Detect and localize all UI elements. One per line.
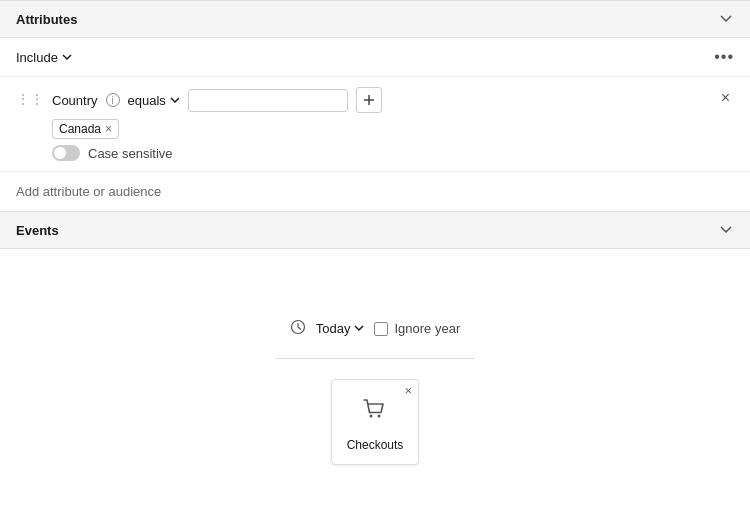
attributes-header: Attributes: [0, 0, 750, 38]
drag-handle-icon[interactable]: ⋮⋮: [16, 91, 44, 107]
value-input[interactable]: [188, 89, 348, 112]
events-content: Today Ignore year × Checkouts: [0, 249, 750, 499]
attributes-collapse-icon[interactable]: [718, 11, 734, 27]
attribute-info-icon[interactable]: i: [106, 93, 120, 107]
attribute-row-country: ⋮⋮ Country i equals: [0, 77, 750, 172]
more-options-button[interactable]: •••: [714, 48, 734, 66]
events-header: Events: [0, 211, 750, 249]
ignore-year-row: Ignore year: [374, 321, 460, 336]
ignore-year-checkbox[interactable]: [374, 322, 388, 336]
case-sensitive-toggle[interactable]: [52, 145, 80, 161]
add-value-button[interactable]: [356, 87, 382, 113]
attribute-name: Country: [52, 93, 98, 108]
add-icon: [362, 93, 376, 107]
operator-button[interactable]: equals: [128, 93, 180, 108]
clock-icon: [290, 319, 306, 338]
checkout-card-label: Checkouts: [347, 438, 404, 452]
date-chevron-icon: [354, 325, 364, 332]
tags-row: Canada ×: [52, 119, 709, 139]
card-close-button[interactable]: ×: [404, 384, 412, 397]
case-sensitive-row: Case sensitive: [52, 145, 709, 161]
events-title: Events: [16, 223, 59, 238]
date-button[interactable]: Today: [316, 321, 365, 336]
cart-icon: [361, 396, 389, 430]
attributes-section: Attributes Include ••• ⋮⋮ Country i equa…: [0, 0, 750, 211]
remove-attribute-button[interactable]: ×: [717, 87, 734, 109]
tag-remove-canada[interactable]: ×: [105, 123, 112, 135]
divider-line: [275, 358, 475, 359]
tag-canada: Canada ×: [52, 119, 119, 139]
case-sensitive-label: Case sensitive: [88, 146, 173, 161]
events-collapse-icon[interactable]: [718, 222, 734, 238]
include-chevron-icon: [62, 54, 72, 61]
svg-point-2: [378, 415, 381, 418]
events-section: Events Today Ignor: [0, 211, 750, 499]
checkout-card: × Checkouts: [331, 379, 419, 465]
ignore-year-label: Ignore year: [394, 321, 460, 336]
include-button[interactable]: Include: [16, 50, 72, 65]
attribute-content: Country i equals Canada: [52, 87, 709, 161]
toggle-knob: [54, 147, 66, 159]
attribute-top-row: Country i equals: [52, 87, 709, 113]
svg-point-1: [370, 415, 373, 418]
include-row: Include •••: [0, 38, 750, 77]
date-row: Today Ignore year: [290, 319, 460, 338]
attributes-title: Attributes: [16, 12, 77, 27]
operator-chevron-icon: [170, 97, 180, 104]
add-attribute-link[interactable]: Add attribute or audience: [0, 172, 750, 211]
